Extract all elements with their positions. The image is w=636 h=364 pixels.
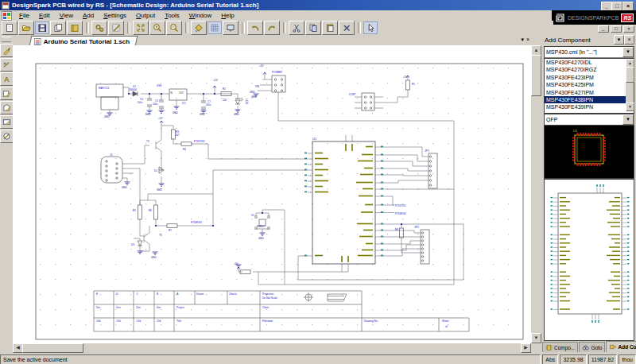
vertical-scrollbar[interactable]: ▲ ▼: [531, 45, 541, 343]
delete-icon: [342, 23, 351, 33]
zoom-in-icon: [153, 23, 162, 33]
hscroll-thumb[interactable]: [22, 343, 83, 353]
text-tool-button[interactable]: A: [0, 72, 14, 86]
doc-book-button[interactable]: [67, 21, 83, 35]
list-scroll-thumb[interactable]: [626, 67, 634, 83]
doc-multi-button[interactable]: [50, 21, 66, 35]
tab-close-button[interactable]: ×: [526, 37, 529, 43]
panel-tab-addco[interactable]: Add Co...: [606, 341, 636, 352]
menu-item-window[interactable]: Window: [184, 10, 216, 21]
component-list[interactable]: MSP430F4270IDLMSP430F4270IRGZMSP430FE423…: [544, 58, 634, 114]
component-list-item[interactable]: MSP430FE425IPM: [545, 81, 634, 88]
vscroll-thumb[interactable]: [531, 55, 541, 96]
svg-text:220: 220: [223, 99, 227, 102]
menu-item-view[interactable]: View: [55, 10, 78, 21]
svg-text:R6: R6: [149, 209, 152, 212]
component-list-item[interactable]: MSP430FE439IPN: [545, 103, 634, 110]
monitor-button[interactable]: [223, 21, 238, 35]
ellipse-tool-tool-button[interactable]: [0, 130, 14, 143]
shape-edit-icon: [2, 89, 11, 98]
shape-edit-tool-button[interactable]: [0, 87, 14, 100]
svg-text:R2: R2: [223, 87, 226, 91]
redo-button[interactable]: [264, 21, 280, 35]
menu-item-tools[interactable]: Tools: [160, 10, 184, 21]
cut-button[interactable]: [289, 21, 304, 35]
wire-tool-button[interactable]: [0, 58, 14, 72]
cursor-icon: [366, 23, 375, 33]
component-list-scrollbar[interactable]: ▲ ▼: [626, 59, 634, 111]
component-list-item[interactable]: MSP430F4270IRGZ: [545, 66, 634, 73]
svg-text:A: A: [4, 76, 10, 83]
menu-item-file[interactable]: File: [14, 10, 34, 21]
svg-text:Drawn: Drawn: [196, 292, 204, 296]
gears-icon: [95, 23, 104, 33]
doc-minimize-button[interactable]: _: [598, 25, 609, 33]
schematic-canvas[interactable]: RAPC722D11N4004VINC6100uC5100nINOUTIC2C7…: [13, 45, 531, 343]
document-tab-label: Arduino Serial Tutorial 1.sch: [44, 38, 130, 45]
zoom-in-button[interactable]: [149, 21, 165, 35]
status-bar: Save the active document Abs 3235.98 119…: [0, 353, 636, 364]
svg-text:100u: 100u: [206, 103, 211, 106]
component-list-item[interactable]: MSP430FE438IPN: [545, 96, 634, 103]
undo-button[interactable]: [247, 21, 263, 35]
svg-text:GND: GND: [258, 237, 265, 240]
tab-menu-button[interactable]: ▾: [521, 37, 524, 43]
colors-button[interactable]: [191, 21, 207, 35]
svg-text:ICSP: ICSP: [349, 93, 356, 96]
panel-tab-goto[interactable]: Goto: [579, 342, 605, 352]
component-list-item[interactable]: MSP430FE423IPM: [545, 74, 634, 81]
copy-button[interactable]: [305, 21, 321, 35]
library-combo-dropdown-icon[interactable]: ▼: [622, 47, 634, 57]
menu-item-settings[interactable]: Settings: [99, 10, 131, 21]
svg-text:VIN: VIN: [157, 84, 161, 87]
zoom-out-button[interactable]: [166, 21, 182, 35]
child-window-controls: _ □ ×: [598, 25, 634, 33]
svg-text:GND: GND: [122, 186, 128, 189]
brush-tool-button[interactable]: [0, 44, 14, 57]
svg-text:Drn: Drn: [157, 306, 161, 309]
package-combo-dropdown-icon[interactable]: ▼: [622, 114, 634, 125]
svg-text:+5V: +5V: [259, 64, 263, 68]
svg-text:Drn: Drn: [96, 306, 100, 309]
menu-item-add[interactable]: Add: [78, 10, 99, 21]
svg-text:X1: X1: [251, 214, 254, 217]
shape-add-icon: [2, 103, 11, 112]
toolbar-separator: [358, 22, 361, 33]
app-logo-icon: [2, 11, 12, 21]
doc-close-button[interactable]: ×: [623, 25, 634, 33]
panel-close-button[interactable]: ×: [624, 35, 634, 45]
doc-save-button[interactable]: [35, 21, 49, 34]
menu-item-edit[interactable]: Edit: [34, 10, 55, 21]
horizontal-scrollbar[interactable]: ◀ ▶: [13, 343, 531, 352]
grid-button[interactable]: [207, 21, 222, 34]
add-component-panel: Add Component ▾ × MSP430.cml [in "..."] …: [542, 35, 636, 352]
shape-add-tool-button[interactable]: [0, 101, 14, 114]
doc-new-button[interactable]: [2, 21, 17, 35]
menu-item-output[interactable]: Output: [131, 10, 160, 21]
drc-button[interactable]: [108, 21, 124, 35]
package-combo[interactable]: QFP ▼: [544, 114, 634, 126]
paste-button[interactable]: [322, 21, 338, 35]
side-toolbar: A: [0, 35, 13, 343]
menu-item-help[interactable]: Help: [216, 10, 238, 21]
svg-text:Sheet: Sheet: [442, 319, 448, 323]
zoom-all-button[interactable]: [133, 21, 149, 35]
svg-text:POWER: POWER: [272, 71, 282, 74]
brand-banner: DESIGNSPARKPCB RS: [552, 10, 636, 25]
doc-open-button[interactable]: [18, 21, 34, 35]
component-list-item[interactable]: MSP430FE427IPM: [545, 89, 634, 96]
gears-button[interactable]: [91, 21, 107, 35]
cursor-button[interactable]: [363, 21, 378, 34]
doc-restore-button[interactable]: □: [611, 25, 622, 33]
panel-menu-button[interactable]: ▾: [614, 35, 624, 45]
delete-button[interactable]: [339, 21, 355, 35]
panel-tab-compo[interactable]: Compo...: [542, 342, 578, 352]
svg-text:Chk: Chk: [137, 319, 142, 323]
library-combo[interactable]: MSP430.cml [in "..."] ▼: [544, 46, 634, 58]
rect-tool-tool-button[interactable]: [0, 115, 14, 129]
window-title: DesignSpark PCB wired by RS - [Schematic…: [12, 0, 258, 10]
svg-text:GND: GND: [104, 115, 111, 118]
doc-multi-icon: [53, 23, 63, 33]
panel-title: Add Component: [543, 37, 614, 44]
component-list-item[interactable]: MSP430F4270IDL: [545, 59, 634, 66]
